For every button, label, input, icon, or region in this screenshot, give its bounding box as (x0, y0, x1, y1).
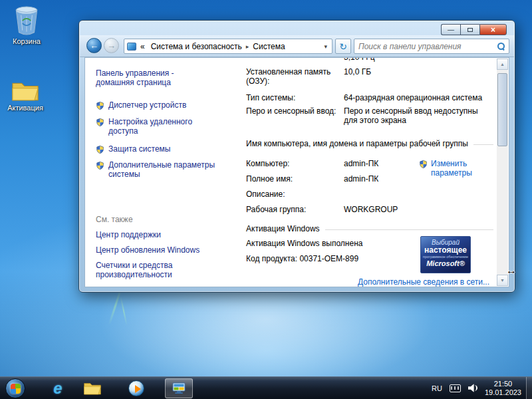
breadcrumb-system[interactable]: Система (251, 41, 287, 52)
vertical-scrollbar[interactable]: ▲ ▼ (497, 59, 508, 286)
row-label: Описание: (246, 190, 340, 199)
change-settings-label: Изменить параметры (431, 159, 485, 178)
row-label: Перо и сенсорный ввод: (246, 106, 340, 116)
tray-clock[interactable]: 21:50 19.01.2023 (485, 380, 521, 397)
row-label: Полное имя: (246, 174, 340, 184)
start-button[interactable] (5, 378, 25, 398)
sidebar-item-label: Дополнительные параметры системы (108, 160, 222, 179)
breadcrumb-system-security[interactable]: Система и безопасность (149, 41, 244, 52)
sidebar-item-label: Защита системы (108, 144, 170, 154)
badge-line2: настоящее (421, 246, 470, 255)
uac-shield-icon (96, 161, 104, 170)
taskbar-item-explorer[interactable] (81, 378, 104, 398)
maximize-button[interactable] (460, 24, 479, 35)
wallpaper-streak (120, 296, 127, 325)
desktop-icon-activation[interactable]: Активация (1, 80, 49, 112)
tray-date: 19.01.2023 (485, 388, 521, 396)
navigation-bar: ← → « Система и безопасность ▸ Система ▾… (80, 35, 514, 57)
taskbar: e RU 21:50 19.01.2023 (0, 376, 532, 399)
sidebar-item-windows-update[interactable]: Центр обновления Windows (96, 245, 215, 255)
breadcrumb-overflow-chevron[interactable]: « (138, 41, 147, 52)
row-label: Компьютер: (246, 159, 340, 168)
close-button[interactable]: × (479, 24, 507, 35)
window-body: Панель управления - домашняя страница Ди… (84, 57, 509, 287)
language-indicator[interactable]: RU (432, 384, 442, 392)
section-title: Активация Windows (246, 224, 320, 233)
uac-shield-icon (96, 145, 104, 154)
row-value: Перо и сенсорный ввод недоступны для это… (344, 106, 490, 125)
taskbar-item-media-player[interactable] (125, 378, 148, 398)
back-button[interactable]: ← (86, 38, 102, 53)
genuine-microsoft-badge[interactable]: Выбирай настоящее программное обеспечени… (420, 236, 471, 273)
minimize-button[interactable]: — (441, 24, 460, 35)
search-placeholder: Поиск в панели управления (358, 42, 462, 51)
system-page-icon (127, 43, 136, 51)
forward-button[interactable]: → (104, 38, 119, 53)
main-content: 3,10 ГГц Установленная память (ОЗУ): 10,… (241, 58, 496, 287)
activation-folder-label: Активация (1, 104, 49, 112)
row-label: Тип системы: (246, 93, 340, 102)
badge-line3: программное обеспечение (421, 255, 470, 259)
folder-icon (83, 381, 102, 396)
system-window: — × ← → « Система и безопасность ▸ Систе… (78, 20, 515, 293)
recycle-bin-label: Корзина (3, 37, 51, 45)
sidebar-item-device-manager[interactable]: Диспетчер устройств (96, 100, 222, 110)
section-computer-name: Имя компьютера, имя домена и параметры р… (246, 139, 493, 148)
sidebar: Панель управления - домашняя страница Ди… (85, 58, 237, 287)
activation-status: Активация Windows выполнена (246, 239, 419, 248)
system-window-icon (172, 382, 186, 395)
search-input[interactable]: Поиск в панели управления (354, 39, 509, 54)
row-label: Установленная память (ОЗУ): (246, 67, 340, 86)
sidebar-item-label: Настройка удаленного доступа (108, 117, 222, 136)
media-player-icon (128, 380, 144, 396)
section-rule (473, 144, 493, 145)
caption-buttons: — × (441, 24, 507, 35)
internet-explorer-icon: e (53, 379, 62, 398)
windows-logo-icon (11, 384, 21, 394)
clipped-processor-row: 3,10 ГГц (344, 58, 375, 63)
more-online-link[interactable]: Дополнительные сведения в сети... (358, 277, 489, 287)
product-key: Код продукта: 00371-OEM-899 (246, 254, 416, 263)
resize-cursor: ↔ (506, 265, 517, 277)
section-title: Имя компьютера, имя домена и параметры р… (246, 139, 468, 148)
sidebar-item-label: Диспетчер устройств (108, 100, 186, 110)
breadcrumb[interactable]: « Система и безопасность ▸ Система ▾ (124, 39, 332, 54)
sidebar-item-home[interactable]: Панель управления - домашняя страница (96, 68, 212, 87)
desktop: { "glyphs": { "back_arrow": "←", "forwar… (0, 0, 532, 399)
show-desktop-button[interactable] (526, 377, 532, 399)
search-icon[interactable] (497, 43, 505, 50)
recycle-bin-icon (13, 5, 41, 36)
change-settings-link[interactable]: Изменить параметры (419, 159, 485, 178)
scroll-up-icon[interactable]: ▲ (497, 59, 508, 70)
sidebar-item-remote-access[interactable]: Настройка удаленного доступа (96, 117, 222, 136)
uac-shield-icon (96, 118, 104, 127)
see-also-header: См. также (96, 215, 133, 224)
folder-icon (11, 80, 40, 102)
uac-shield-icon (96, 101, 104, 110)
tray-time: 21:50 (494, 380, 513, 388)
taskbar-item-system-active[interactable] (165, 378, 193, 398)
sidebar-item-action-center[interactable]: Центр поддержки (96, 230, 215, 239)
system-tray: RU 21:50 19.01.2023 (432, 377, 521, 399)
volume-icon[interactable] (468, 384, 477, 392)
row-label: Рабочая группа: (246, 205, 340, 214)
section-windows-activation: Активация Windows (246, 224, 493, 233)
badge-line4: Microsoft® (421, 259, 470, 268)
scrollbar-thumb[interactable] (497, 73, 507, 146)
desktop-icon-recycle-bin[interactable]: Корзина (3, 5, 51, 45)
row-value: WORKGROUP (344, 205, 490, 214)
maximize-icon (467, 28, 473, 32)
row-value: 64-разрядная операционная система (344, 93, 490, 102)
section-rule (325, 229, 493, 230)
uac-shield-icon (419, 160, 428, 169)
sidebar-item-advanced-settings[interactable]: Дополнительные параметры системы (96, 160, 222, 179)
refresh-button[interactable]: ↻ (335, 39, 351, 54)
keyboard-icon[interactable] (450, 384, 461, 392)
sidebar-item-system-protection[interactable]: Защита системы (96, 144, 222, 154)
address-dropdown-icon[interactable]: ▾ (322, 43, 329, 50)
sidebar-item-performance-tools[interactable]: Счетчики и средства производительности (96, 261, 215, 279)
row-value: 10,0 ГБ (344, 67, 490, 76)
clipped-value: 3,10 ГГц (344, 58, 375, 62)
breadcrumb-separator-icon: ▸ (246, 43, 249, 50)
taskbar-item-internet-explorer[interactable]: e (47, 378, 69, 398)
